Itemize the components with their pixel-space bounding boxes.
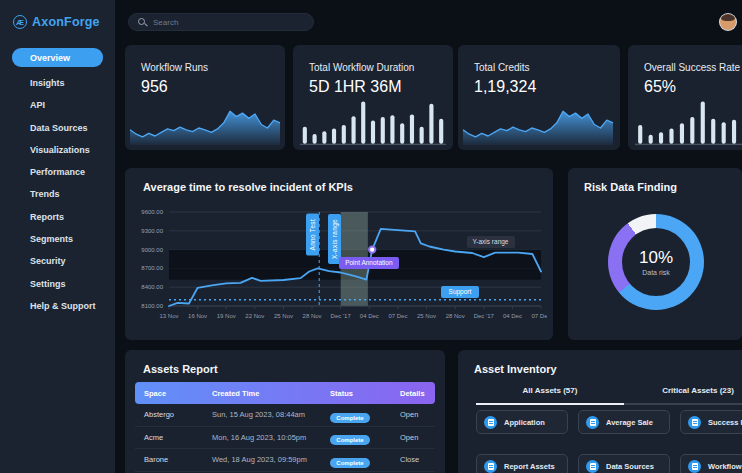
- axonforge-logo-icon: Æ: [13, 15, 27, 29]
- inventory-button-workflow-duration[interactable]: Workflow Duration: [680, 454, 742, 473]
- kpi-title: Workflow Runs: [125, 45, 285, 73]
- total-credits-sparkline: [462, 93, 614, 147]
- status-badge: Complete: [330, 406, 400, 424]
- svg-text:8700.00: 8700.00: [141, 265, 163, 271]
- risk-card-title: Risk Data Finding: [568, 168, 742, 193]
- inventory-button-label: Success Rate: [708, 418, 742, 427]
- donut-center-value: 10%: [639, 248, 673, 268]
- asset-inventory-title: Asset Inventory: [458, 350, 742, 375]
- cell-space: Abstergo: [144, 410, 212, 419]
- svg-text:16 Nov: 16 Nov: [188, 313, 207, 319]
- app-name: AxonForge: [32, 15, 100, 29]
- inventory-button-success-rate[interactable]: Success Rate: [680, 410, 742, 434]
- svg-text:04 Dec: 04 Dec: [503, 313, 522, 319]
- svg-text:04 Dec: 04 Dec: [360, 313, 379, 319]
- inventory-button-application[interactable]: Application: [476, 410, 568, 434]
- svg-text:13 Nov: 13 Nov: [159, 313, 178, 319]
- document-icon: [586, 416, 599, 429]
- sidebar-item-overview[interactable]: Overview: [12, 48, 103, 67]
- details-link[interactable]: Open: [400, 410, 444, 419]
- svg-text:8400.00: 8400.00: [141, 284, 163, 290]
- cell-space: Acme: [144, 433, 212, 442]
- svg-text:25 Nov: 25 Nov: [274, 313, 293, 319]
- svg-text:25 Nov: 25 Nov: [417, 313, 436, 319]
- search-input[interactable]: [153, 18, 304, 27]
- kpi-card-workflow-duration: Total Workflow Duration 5D 1HR 36M: [293, 45, 453, 150]
- kpi-card-total-credits: Total Credits 1,19,324: [458, 45, 620, 150]
- sidebar-item-reports[interactable]: Reports: [12, 208, 103, 226]
- sidebar-item-insights[interactable]: Insights: [12, 74, 103, 92]
- donut-center-label: Data risk: [642, 269, 670, 276]
- svg-text:9000.00: 9000.00: [141, 247, 163, 253]
- tab-critical-assets[interactable]: Critical Assets (23): [624, 386, 742, 405]
- table-row[interactable]: Barone Wed, 18 Aug 2023, 09:59pm Complet…: [135, 449, 435, 472]
- workflow-runs-sparkline: [129, 93, 281, 147]
- sidebar-item-security[interactable]: Security: [12, 252, 103, 270]
- svg-text:9600.00: 9600.00: [141, 209, 163, 215]
- sidebar: Æ AxonForge Overview Insights API Data S…: [0, 0, 115, 473]
- col-status: Status: [330, 389, 400, 398]
- status-badge: Complete: [330, 451, 400, 469]
- kpi-card-success-rate: Overall Success Rate 65%: [628, 45, 742, 150]
- incident-chart-title: Average time to resolve incident of KPIs: [125, 168, 553, 193]
- donut-center: 10% Data risk: [622, 228, 690, 296]
- document-icon: [484, 460, 497, 473]
- svg-text:28 Nov: 28 Nov: [303, 313, 322, 319]
- logo: Æ AxonForge: [0, 0, 115, 29]
- document-icon: [688, 416, 701, 429]
- cell-created: Wed, 18 Aug 2023, 09:59pm: [212, 455, 330, 464]
- kpi-title: Total Workflow Duration: [293, 45, 453, 73]
- inventory-button-average-sale[interactable]: Average Sale: [578, 410, 670, 434]
- document-icon: [484, 416, 497, 429]
- inventory-button-label: Average Sale: [606, 418, 653, 427]
- search-bar[interactable]: [128, 13, 314, 31]
- kpi-title: Overall Success Rate: [628, 45, 742, 73]
- status-badge: Complete: [330, 428, 400, 446]
- details-link[interactable]: Open: [400, 433, 444, 442]
- sidebar-item-help-support[interactable]: Help & Support: [12, 297, 103, 315]
- sidebar-item-trends[interactable]: Trends: [12, 185, 103, 203]
- cell-created: Sun, 15 Aug 2023, 08:44am: [212, 410, 330, 419]
- sidebar-item-visualizations[interactable]: Visualizations: [12, 141, 103, 159]
- search-icon: [138, 18, 147, 27]
- document-icon: [688, 460, 701, 473]
- col-space: Space: [144, 389, 212, 398]
- table-row[interactable]: Acme Mon, 16 Aug 2023, 10:05pm Complete …: [135, 427, 435, 450]
- svg-text:07 Dec: 07 Dec: [388, 313, 407, 319]
- inventory-button-label: Application: [504, 418, 545, 427]
- svg-text:19 Nov: 19 Nov: [217, 313, 236, 319]
- risk-donut-chart: 10% Data risk: [608, 214, 704, 310]
- assets-report-card: Assets Report Space Created Time Status …: [125, 350, 445, 473]
- risk-data-finding-card: Risk Data Finding 10% Data risk: [568, 168, 742, 340]
- inventory-button-data-sources[interactable]: Data Sources: [578, 454, 670, 473]
- svg-text:9300.00: 9300.00: [141, 228, 163, 234]
- user-avatar[interactable]: [720, 14, 736, 30]
- tab-all-assets[interactable]: All Assets (57): [476, 386, 624, 405]
- sidebar-item-segments[interactable]: Segments: [12, 230, 103, 248]
- workflow-duration-sparkline: [299, 93, 447, 147]
- sidebar-item-settings[interactable]: Settings: [12, 275, 103, 293]
- incident-line-chart[interactable]: 9600.009300.009000.008700.008400.008100.…: [133, 204, 547, 330]
- svg-text:8100.00: 8100.00: [141, 303, 163, 309]
- assets-table-header: Space Created Time Status Details: [135, 382, 435, 404]
- svg-text:28 Nov: 28 Nov: [446, 313, 465, 319]
- table-row[interactable]: Abstergo Sun, 15 Aug 2023, 08:44am Compl…: [135, 404, 435, 427]
- inventory-button-label: Workflow Duration: [708, 462, 742, 471]
- inventory-button-report-assets[interactable]: Report Assets: [476, 454, 568, 473]
- sidebar-item-data-sources[interactable]: Data Sources: [12, 119, 103, 137]
- col-created-time: Created Time: [212, 389, 330, 398]
- cell-created: Mon, 16 Aug 2023, 10:05pm: [212, 433, 330, 442]
- details-link[interactable]: Close: [400, 455, 444, 464]
- incident-chart-card: Average time to resolve incident of KPIs…: [125, 168, 553, 340]
- sidebar-item-performance[interactable]: Performance: [12, 163, 103, 181]
- asset-inventory-card: Asset Inventory All Assets (57) Critical…: [458, 350, 742, 473]
- inventory-button-label: Data Sources: [606, 462, 654, 471]
- col-details: Details: [400, 389, 444, 398]
- kpi-card-workflow-runs: Workflow Runs 956: [125, 45, 285, 150]
- svg-text:07 Dec: 07 Dec: [531, 313, 547, 319]
- svg-text:Dec '17: Dec '17: [331, 313, 352, 319]
- sidebar-item-api[interactable]: API: [12, 96, 103, 114]
- success-rate-sparkline: [634, 93, 742, 147]
- document-icon: [586, 460, 599, 473]
- svg-text:22 Nov: 22 Nov: [245, 313, 264, 319]
